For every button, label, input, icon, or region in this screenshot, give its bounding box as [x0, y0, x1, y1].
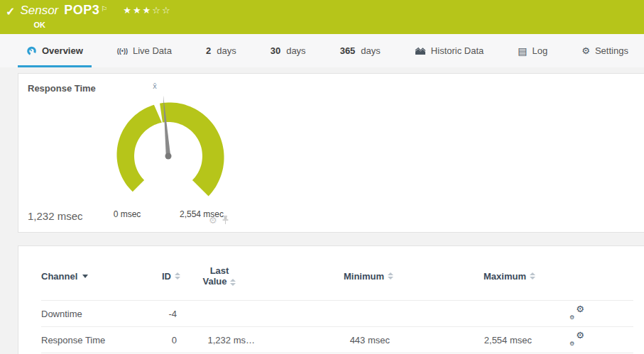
sort-icon	[175, 272, 180, 280]
channel-name-cell: Downtime	[41, 309, 150, 319]
column-label: ID	[162, 271, 171, 282]
log-icon: ▤	[518, 45, 527, 57]
tab-label: Live Data	[133, 45, 172, 56]
gauge-ring	[117, 103, 224, 197]
gauge-min-label: 0 msec	[114, 209, 141, 219]
response-time-gauge: 0 msec 2,554 msec x̄	[90, 79, 250, 225]
id-cell: 0	[150, 335, 180, 345]
tab-number: 2	[206, 45, 211, 56]
star-icon[interactable]: ★	[123, 5, 133, 16]
column-label: Last Value	[203, 265, 229, 287]
gear-icon: ⚙	[576, 304, 584, 314]
minimum-cell: 443 msec	[258, 335, 393, 345]
gauge-icon	[26, 45, 37, 56]
tab-bar: Overview ((•)) Live Data 2 days 30 days …	[0, 34, 644, 67]
rating-stars[interactable]: ★★★☆☆	[123, 5, 171, 16]
sort-desc-icon	[82, 275, 88, 278]
column-header-minimum[interactable]: Minimum	[258, 271, 393, 282]
channel-name-cell: Response Time	[41, 335, 150, 345]
pin-icon[interactable]	[222, 216, 229, 225]
gauge-needle-pivot	[165, 153, 172, 160]
sort-icon	[388, 272, 393, 280]
channel-settings-gears-icon[interactable]: ⚙ ⚙	[569, 333, 584, 345]
gauge-average-marker: x̄	[153, 82, 157, 90]
sort-icon	[230, 279, 236, 286]
star-icon[interactable]: ☆	[162, 5, 172, 16]
tab-number: 365	[340, 45, 356, 56]
tab-label: Overview	[42, 45, 83, 56]
sensor-header: ✓ Sensor POP3 ⚐ ★★★☆☆ OK	[0, 0, 644, 34]
gauge-tools: ⚙	[209, 215, 229, 226]
tab-label: Settings	[595, 45, 628, 56]
tab-label: days	[217, 45, 236, 56]
sort-icon	[530, 272, 535, 280]
channel-settings-gears-icon[interactable]: ⚙ ⚙	[569, 306, 584, 319]
star-icon[interactable]: ★	[143, 5, 153, 16]
channels-panel: Channel ID Last Value Minimum Maximum Do…	[18, 245, 644, 354]
area-chart-icon	[415, 46, 426, 55]
flag-icon[interactable]: ⚐	[101, 5, 107, 13]
column-label: Channel	[41, 271, 77, 282]
column-label: Maximum	[484, 271, 526, 282]
column-header-channel[interactable]: Channel	[41, 271, 150, 282]
gauge-settings-gear-icon[interactable]: ⚙	[209, 215, 217, 226]
tab-historic-data[interactable]: Historic Data	[406, 34, 492, 67]
response-time-panel: Response Time 0 msec 2,554 msec x̄ 1,232…	[18, 73, 644, 233]
gauge-current-value: 1,232 msec	[28, 210, 83, 222]
column-header-id[interactable]: ID	[150, 271, 180, 282]
tab-30-days[interactable]: 30 days	[262, 34, 315, 67]
table-row[interactable]: Downtime -4 ⚙ ⚙	[41, 301, 633, 327]
tab-number: 30	[271, 45, 280, 56]
tab-settings[interactable]: ⚙ Settings	[573, 34, 637, 67]
star-icon[interactable]: ☆	[152, 5, 162, 16]
gear-icon: ⚙	[569, 341, 574, 347]
gear-icon: ⚙	[582, 45, 590, 56]
id-cell: -4	[150, 309, 180, 319]
live-data-icon: ((•))	[117, 48, 128, 55]
column-header-last-value[interactable]: Last Value	[180, 265, 258, 287]
tab-label: days	[361, 45, 380, 56]
sensor-type-label: Sensor	[20, 4, 58, 18]
gear-icon: ⚙	[576, 330, 584, 341]
maximum-cell: 2,554 msec	[393, 335, 535, 345]
table-header-row: Channel ID Last Value Minimum Maximum	[41, 246, 633, 301]
tab-log[interactable]: ▤ Log	[509, 34, 556, 67]
status-check-icon: ✓	[6, 5, 15, 34]
status-badge: OK	[33, 21, 171, 29]
tab-label: days	[286, 45, 305, 56]
last-value-cell: 1,232 ms…	[180, 335, 258, 345]
sensor-name: POP3	[64, 3, 99, 18]
table-row[interactable]: Response Time 0 1,232 ms… 443 msec 2,554…	[41, 327, 633, 353]
column-label: Minimum	[344, 271, 384, 282]
tab-label: Historic Data	[431, 45, 484, 56]
tab-365-days[interactable]: 365 days	[332, 34, 389, 67]
star-icon[interactable]: ★	[133, 5, 143, 16]
tab-overview[interactable]: Overview	[18, 34, 92, 67]
column-header-maximum[interactable]: Maximum	[393, 271, 535, 282]
gear-icon: ⚙	[569, 314, 574, 321]
tab-label: Log	[533, 45, 548, 56]
panel-title: Response Time	[28, 83, 96, 94]
tab-2-days[interactable]: 2 days	[197, 34, 245, 67]
tab-live-data[interactable]: ((•)) Live Data	[109, 34, 180, 67]
